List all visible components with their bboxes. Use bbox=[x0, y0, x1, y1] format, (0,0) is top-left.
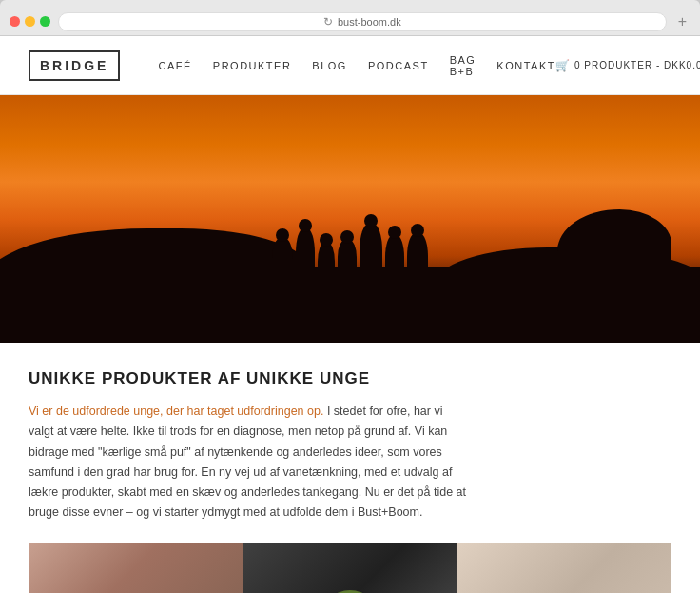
section-title: UNIKKE PRODUKTER AF UNIKKE UNGE bbox=[29, 369, 671, 388]
person-2 bbox=[296, 228, 315, 290]
reload-icon: ↻ bbox=[323, 15, 333, 29]
browser-chrome: ↻ bust-boom.dk + bbox=[0, 0, 700, 36]
close-button[interactable] bbox=[10, 16, 20, 27]
body-text: I stedet for ofre, har vi valgt at være … bbox=[29, 405, 466, 519]
food-circle bbox=[321, 590, 379, 594]
hero-background bbox=[0, 95, 700, 343]
person-7 bbox=[407, 233, 428, 290]
site-header: BRIDGE CAFÉ PRODUKTER BLOG PODCAST BAG B… bbox=[0, 36, 700, 95]
content-section: UNIKKE PRODUKTER AF UNIKKE UNGE Vi er de… bbox=[0, 343, 700, 593]
image-grid bbox=[29, 543, 671, 594]
grid-image-2 bbox=[243, 543, 457, 594]
person-3 bbox=[318, 243, 335, 290]
people-silhouettes bbox=[272, 224, 428, 290]
cart-icon: 🛒 bbox=[555, 59, 571, 72]
person-5 bbox=[360, 224, 382, 290]
nav-item-produkter[interactable]: PRODUKTER bbox=[213, 60, 292, 71]
intro-highlight: Vi er de udfordrede unge, der har taget … bbox=[29, 405, 323, 418]
new-tab-button[interactable]: + bbox=[674, 13, 690, 30]
cart-button[interactable]: 🛒 0 PRODUKTER - DKK0.00 bbox=[555, 59, 700, 72]
person-6 bbox=[385, 235, 404, 290]
traffic-lights bbox=[10, 16, 50, 27]
person-1 bbox=[272, 238, 293, 290]
address-bar[interactable]: ↻ bust-boom.dk bbox=[58, 12, 667, 31]
vegetation-silhouette bbox=[557, 209, 671, 286]
hero-section bbox=[0, 95, 700, 343]
cart-label: 0 PRODUKTER - DKK0.00 bbox=[574, 60, 700, 70]
nav-item-cafe[interactable]: CAFÉ bbox=[158, 60, 191, 71]
person-4 bbox=[338, 240, 357, 283]
nav-item-bag-bb[interactable]: BAG B+B bbox=[450, 54, 476, 77]
intro-text: Vi er de udfordrede unge, der har taget … bbox=[29, 402, 466, 524]
site-logo[interactable]: BRIDGE bbox=[29, 50, 120, 81]
nav-item-kontakt[interactable]: KONTAKT bbox=[496, 60, 555, 71]
nav-item-blog[interactable]: BLOG bbox=[312, 60, 347, 71]
nav-right: 🛒 0 PRODUKTER - DKK0.00 🔍 ≡ bbox=[555, 58, 700, 73]
minimize-button[interactable] bbox=[25, 16, 35, 27]
main-nav: CAFÉ PRODUKTER BLOG PODCAST BAG B+B KONT… bbox=[158, 54, 555, 77]
grid-image-3 bbox=[457, 543, 671, 594]
address-text: bust-boom.dk bbox=[338, 16, 401, 28]
maximize-button[interactable] bbox=[40, 16, 50, 27]
grid-image-1 bbox=[29, 543, 243, 594]
website: BRIDGE CAFÉ PRODUKTER BLOG PODCAST BAG B… bbox=[0, 36, 700, 593]
nav-item-podcast[interactable]: PODCAST bbox=[368, 60, 429, 71]
